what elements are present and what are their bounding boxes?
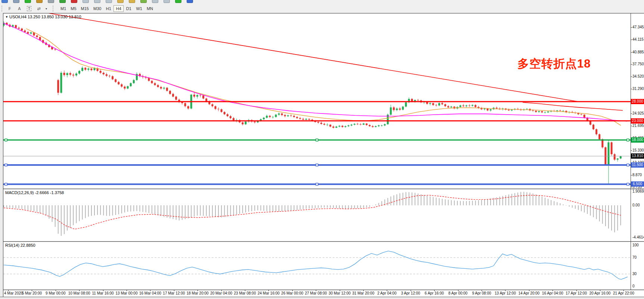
- time-scale-border: [3, 290, 644, 290]
- text-box-icon[interactable]: T: [25, 6, 33, 12]
- chart-title: ▼ USOil,H4 13.250 13.850 13.030 13.810: [5, 15, 81, 19]
- time-axis-label: 3 Apr 12:00: [401, 291, 420, 295]
- pane-splitter-macd[interactable]: [3, 189, 644, 189]
- pencil-icon-2[interactable]: [129, 0, 135, 3]
- palette-icon[interactable]: [140, 0, 147, 3]
- candle: [438, 102, 440, 106]
- new-order-icon[interactable]: [1, 0, 8, 3]
- timeframe-button-M5[interactable]: M5: [68, 5, 78, 12]
- toolbar-grip[interactable]: [1, 6, 3, 12]
- candle: [269, 115, 271, 118]
- macd-canvas[interactable]: [3, 189, 631, 241]
- price-line-label-6.500: 6.500: [631, 181, 644, 187]
- time-axis-label: 24 Mar 16:00: [258, 291, 280, 295]
- candle: [169, 90, 171, 94]
- timeframe-button-MN[interactable]: MN: [144, 5, 155, 12]
- hfit-icon-1[interactable]: [83, 0, 89, 3]
- price-tick-label: 8.870: [632, 173, 644, 177]
- price-line-label-11.500: 11.500: [631, 162, 644, 168]
- coin-icon[interactable]: [36, 0, 43, 3]
- candle: [393, 106, 395, 112]
- candle: [299, 117, 301, 119]
- chart-annotation: 多空转折点18: [517, 56, 591, 72]
- candle: [447, 105, 449, 108]
- candle: [284, 114, 286, 117]
- candle: [163, 87, 165, 90]
- candle: [293, 115, 295, 118]
- candle: [508, 109, 510, 111]
- line-handle[interactable]: [5, 183, 7, 185]
- line-handle[interactable]: [627, 183, 629, 185]
- time-scale[interactable]: 4 Mar 20205 Mar 20:009 Mar 00:0010 Mar 0…: [3, 290, 644, 297]
- text-label-icon[interactable]: A: [15, 6, 24, 12]
- timeframe-button-D1[interactable]: D1: [124, 5, 134, 12]
- candle: [154, 82, 156, 86]
- main-chart-canvas[interactable]: [3, 13, 631, 189]
- line-handle[interactable]: [627, 164, 629, 166]
- timeframe-row: M1M5M15M30H1H4D1W1MN: [58, 5, 155, 12]
- candle: [63, 71, 65, 77]
- line-handle[interactable]: [5, 139, 7, 141]
- line-handle[interactable]: [316, 139, 318, 141]
- macd-tick-label: 0.00: [632, 203, 644, 207]
- toolbar-grip-2[interactable]: [53, 6, 55, 12]
- candle: [103, 72, 105, 75]
- ma-magenta: [3, 23, 627, 121]
- candle: [472, 104, 473, 106]
- timeframe-button-M1[interactable]: M1: [58, 5, 68, 12]
- candle: [272, 116, 274, 118]
- cursor-mode-icon[interactable]: ⇄: [35, 6, 43, 12]
- time-axis-label: 26 Mar 00:00: [281, 291, 303, 295]
- rsi-canvas[interactable]: [3, 242, 631, 290]
- pencil-icon-1[interactable]: [117, 0, 124, 3]
- candle: [598, 134, 600, 140]
- trendline-red[interactable]: [37, 13, 578, 102]
- timeframe-button-M15[interactable]: M15: [79, 5, 91, 12]
- candle: [544, 111, 546, 113]
- search-icon[interactable]: [13, 0, 19, 3]
- stop-icon[interactable]: [71, 0, 77, 3]
- candle: [608, 140, 610, 184]
- candle: [72, 73, 74, 77]
- candle: [296, 116, 298, 119]
- timeframe-button-W1[interactable]: W1: [134, 5, 144, 12]
- candle: [378, 125, 380, 127]
- candle: [87, 68, 89, 71]
- line-handle[interactable]: [627, 139, 629, 141]
- candle: [97, 68, 99, 72]
- print-icon[interactable]: [48, 0, 54, 3]
- hfit-icon-5[interactable]: [164, 0, 170, 3]
- candle: [78, 70, 80, 75]
- time-axis-label: 17 Mar 12:00: [163, 291, 185, 295]
- timeframe-button-H1[interactable]: H1: [103, 5, 113, 12]
- pane-splitter-rsi[interactable]: [3, 241, 644, 242]
- time-axis-label: 27 Mar 08:00: [305, 291, 327, 295]
- candle: [211, 103, 213, 107]
- line-handle[interactable]: [316, 164, 318, 166]
- candle: [115, 78, 116, 82]
- publish-icon[interactable]: [59, 0, 66, 3]
- candle: [357, 123, 358, 125]
- hfit-icon-4[interactable]: [152, 0, 158, 3]
- candle: [227, 113, 228, 117]
- hfit-icon-2[interactable]: [94, 0, 100, 3]
- line-handle[interactable]: [5, 164, 7, 166]
- dropdown-caret-icon[interactable]: ▾: [42, 6, 50, 12]
- candle: [175, 96, 177, 100]
- chart-dropdown-icon[interactable]: ▼: [5, 15, 8, 19]
- add-chart-icon[interactable]: [25, 0, 31, 3]
- timeframe-button-H4[interactable]: H4: [113, 5, 124, 12]
- add-indicator-icon[interactable]: [175, 0, 181, 3]
- info-icon[interactable]: [187, 0, 193, 3]
- hfit-icon-3[interactable]: [106, 0, 112, 3]
- candle: [151, 80, 153, 84]
- timeframe-button-M30[interactable]: M30: [91, 5, 103, 12]
- toolbar-main: [0, 0, 644, 4]
- time-axis-label: 20 Apr 16:00: [589, 291, 611, 295]
- candle: [390, 105, 392, 115]
- candle: [538, 110, 540, 113]
- candle: [547, 111, 549, 113]
- line-handle[interactable]: [316, 183, 318, 185]
- grid-fibo-icon[interactable]: F: [6, 6, 14, 12]
- time-axis-label: 2 Apr 04:00: [377, 291, 396, 295]
